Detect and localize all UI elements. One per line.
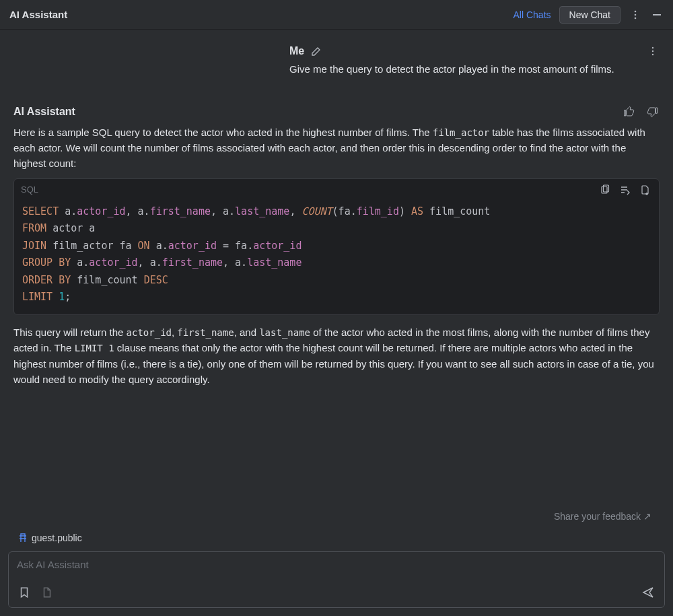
bottom-panel: Share your feedback ↗ guest.public [0,511,673,616]
context-chip-label: guest.public [32,533,82,543]
context-chip[interactable]: guest.public [12,528,87,547]
send-icon[interactable] [640,584,656,601]
user-message: Me Give me the query to detect the actor… [289,44,660,77]
inline-code: film_actor [433,127,489,138]
header-actions: All Chats New Chat [513,6,664,24]
assistant-message: AI Assistant Here is a sample SQL query … [13,104,660,388]
svg-rect-3 [653,14,661,15]
svg-point-4 [652,47,653,48]
assistant-intro-text: Here is a sample SQL query to detect the… [13,125,660,172]
svg-point-6 [652,54,653,55]
new-file-icon[interactable] [639,183,652,197]
code-content[interactable]: SELECT a.actor_id, a.first_name, a.last_… [14,201,659,314]
svg-point-0 [635,10,637,12]
user-message-text: Give me the query to detect the actor pl… [289,62,660,77]
header-bar: AI Assistant All Chats New Chat [0,0,673,30]
thumbs-down-icon[interactable] [645,104,660,119]
code-language-label: SQL [21,184,38,195]
assistant-outro-text: This query will return the actor_id, fir… [13,324,660,388]
svg-point-2 [635,17,637,19]
copy-icon[interactable] [598,183,612,197]
insert-icon[interactable] [618,183,632,197]
chat-scroll-area[interactable]: Me Give me the query to detect the actor… [0,30,673,517]
database-schema-icon [17,533,28,543]
bookmark-icon[interactable] [17,585,32,600]
minimize-icon[interactable] [650,8,664,22]
share-feedback-link[interactable]: Share your feedback ↗ [554,511,651,522]
user-message-more-icon[interactable] [646,44,660,58]
app-title: AI Assistant [9,9,67,20]
more-icon[interactable] [629,8,642,22]
new-chat-button[interactable]: New Chat [559,6,621,24]
all-chats-link[interactable]: All Chats [513,9,551,20]
assistant-name-label: AI Assistant [13,106,75,118]
svg-point-5 [652,50,653,52]
code-block: SQL SELECT a.actor_id, a.first_name, a.l… [13,178,660,315]
prompt-input[interactable] [17,559,656,570]
svg-point-1 [635,13,637,15]
edit-icon[interactable] [310,44,323,58]
thumbs-up-icon[interactable] [622,104,637,119]
prompt-input-box[interactable] [8,551,665,608]
attach-file-icon[interactable] [40,585,55,600]
user-name-label: Me [289,45,304,57]
